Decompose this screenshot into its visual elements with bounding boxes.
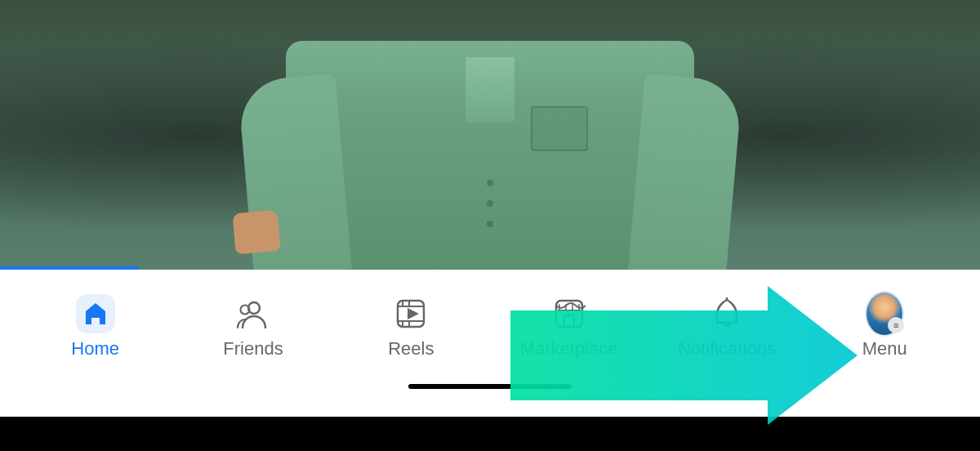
menu-badge-icon: ≡	[888, 317, 904, 333]
left-fist	[232, 210, 280, 255]
shirt-collar	[466, 57, 514, 123]
reels-label: Reels	[388, 338, 434, 359]
notifications-icon	[707, 294, 746, 333]
home-icon	[76, 294, 115, 333]
shirt-button-3	[487, 221, 493, 227]
nav-item-marketplace[interactable]: Marketplace	[490, 286, 648, 368]
nav-items: Home Friends	[0, 270, 980, 384]
svg-rect-11	[564, 315, 574, 327]
svg-marker-3	[408, 308, 419, 319]
arm-right	[628, 74, 742, 270]
menu-avatar-container: ≡	[865, 294, 904, 333]
reels-icon	[391, 294, 430, 333]
home-label: Home	[71, 338, 119, 359]
nav-item-home[interactable]: Home	[16, 286, 174, 368]
nav-item-friends[interactable]: Friends	[174, 286, 332, 368]
arm-left	[237, 74, 351, 270]
shirt-button-2	[487, 200, 493, 207]
notifications-label: Notifications	[678, 338, 776, 359]
nav-item-reels[interactable]: Reels	[332, 286, 490, 368]
nav-bar: Home Friends	[0, 270, 980, 417]
nav-item-menu[interactable]: ≡ Menu	[806, 286, 964, 368]
marketplace-icon	[550, 294, 589, 333]
menu-label: Menu	[862, 338, 907, 359]
shirt	[286, 41, 694, 270]
home-indicator	[408, 384, 572, 389]
shirt-button-1	[487, 180, 493, 186]
marketplace-label: Marketplace	[520, 338, 618, 359]
background-photo	[0, 0, 980, 270]
friends-icon	[234, 294, 273, 333]
nav-item-notifications[interactable]: Notifications	[648, 286, 805, 368]
svg-rect-10	[556, 301, 582, 327]
friends-label: Friends	[223, 338, 283, 359]
shirt-pocket	[531, 106, 588, 151]
